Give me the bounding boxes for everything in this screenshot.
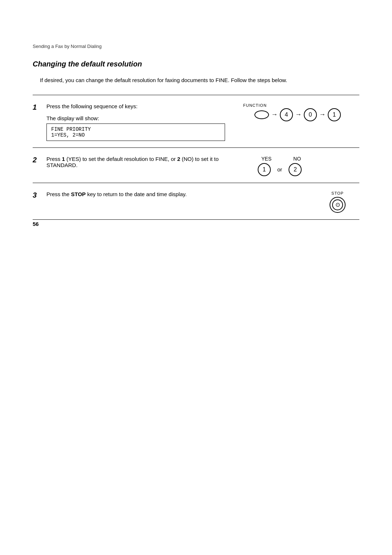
- key-1-icon: 1: [328, 108, 341, 121]
- step-3-visual: STOP ⊙: [316, 191, 359, 213]
- stop-inner-circle: ⊙: [332, 199, 343, 210]
- section-title: Changing the default resolution: [33, 60, 359, 68]
- function-key-icon: [254, 110, 269, 119]
- step-1-number: 1: [33, 103, 44, 112]
- step-3-text-bold: STOP: [71, 191, 86, 197]
- step-3-text-part2: key to return to the date and time displ…: [86, 191, 187, 197]
- display-line1: FINE PRIORITY: [51, 126, 220, 132]
- step-1-text: Press the following sequence of keys:: [46, 103, 225, 109]
- key-4-icon: 4: [280, 108, 293, 121]
- breadcrumb: Sending a Fax by Normal Dialing: [33, 44, 359, 49]
- step-1-display-label: The display will show:: [46, 115, 225, 121]
- arrow-1-icon: →: [271, 111, 278, 118]
- step-2-text-bold2: 2: [177, 156, 180, 162]
- yes-key-icon: 1: [258, 163, 271, 176]
- step-2: 2 Press 1 (YES) to set the default resol…: [33, 148, 359, 183]
- no-label: NO: [293, 156, 301, 162]
- no-key-icon: 2: [289, 163, 302, 176]
- step-2-text-part1: Press: [46, 156, 62, 162]
- step-1-visual: FUNCTION → 4 → 0 → 1: [236, 103, 359, 126]
- step-2-visual: YES NO 1 or 2: [258, 156, 359, 176]
- or-text: or: [277, 166, 282, 173]
- step-1-display-box: FINE PRIORITY 1=YES, 2=NO: [46, 123, 225, 141]
- stop-down-arrow-icon: ⊙: [335, 201, 340, 208]
- page-number: 56: [33, 221, 39, 227]
- page: Sending a Fax by Normal Dialing Changing…: [0, 0, 392, 249]
- stop-label: STOP: [331, 191, 344, 195]
- step-2-text-part2: (YES) to set the default resolution to F…: [65, 156, 177, 162]
- key-0-icon: 0: [304, 108, 317, 121]
- step-3: 3 Press the STOP key to return to the da…: [33, 183, 359, 220]
- key-sequence: → 4 → 0 → 1: [254, 108, 341, 121]
- stop-button-icon: ⊙: [330, 197, 346, 213]
- step-2-number: 2: [33, 156, 44, 164]
- arrow-2-icon: →: [295, 111, 302, 118]
- function-label: FUNCTION: [243, 103, 267, 108]
- yes-label: YES: [261, 156, 271, 162]
- yes-no-keys: 1 or 2: [258, 163, 302, 176]
- step-1-text-block: Press the following sequence of keys: Th…: [46, 103, 225, 141]
- step-3-number: 3: [33, 191, 44, 199]
- step-3-text-part1: Press the: [46, 191, 71, 197]
- arrow-3-icon: →: [319, 111, 326, 118]
- step-1: 1 Press the following sequence of keys: …: [33, 95, 359, 148]
- display-line2: 1=YES, 2=NO: [51, 132, 220, 138]
- step-2-text-bold1: 1: [62, 156, 65, 162]
- intro-text: If desired, you can change the default r…: [40, 76, 359, 85]
- step-2-text-block: Press 1 (YES) to set the default resolut…: [46, 156, 247, 168]
- step-3-text-block: Press the STOP key to return to the date…: [46, 191, 294, 197]
- yes-no-labels: YES NO: [261, 156, 301, 162]
